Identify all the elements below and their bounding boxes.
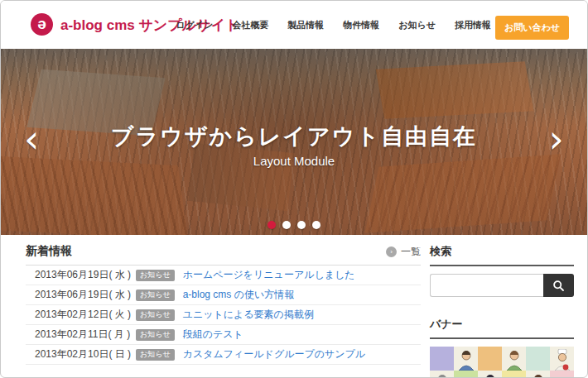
news-date: 2013年02月12日( 火 ) xyxy=(35,308,136,322)
news-category-badge: お知らせ xyxy=(136,329,175,341)
news-category-badge: お知らせ xyxy=(136,309,175,321)
news-row: 2013年02月11日( 月 ) お知らせ 段組のテスト xyxy=(26,325,421,345)
banner-person-illustration xyxy=(478,371,502,378)
news-category-badge: お知らせ xyxy=(136,289,175,301)
news-list-link[interactable]: › 一覧 xyxy=(386,245,421,259)
news-entry-link[interactable]: a-blog cms の使い方情報 xyxy=(183,288,295,302)
hero-photo-roof xyxy=(376,61,534,118)
carousel-prev-icon[interactable]: ‹ xyxy=(24,120,39,158)
news-section-title: 新着情報 xyxy=(26,244,72,259)
carousel-dot-4[interactable] xyxy=(312,221,321,229)
news-header: 新着情報 › 一覧 xyxy=(26,244,421,266)
news-date: 2013年02月10日( 日 ) xyxy=(35,347,136,361)
news-row: 2013年02月10日( 日 ) お知らせ カスタムフィールドグループのサンプル xyxy=(26,345,421,365)
banner-tile xyxy=(526,347,550,371)
banner-person-illustration xyxy=(526,371,550,378)
banner-image[interactable] xyxy=(430,347,574,378)
news-category-badge: お知らせ xyxy=(136,349,175,361)
carousel-dot-2[interactable] xyxy=(282,221,291,229)
main-nav: ログイン 会社概要 製品情報 物件情報 お知らせ 採用情報 xyxy=(176,1,491,49)
search-section-title: 検索 xyxy=(430,244,574,266)
banner-person-illustration xyxy=(502,347,526,371)
news-entry-link[interactable]: カスタムフィールドグループのサンプル xyxy=(183,347,366,361)
search-button[interactable] xyxy=(543,274,574,297)
news-entry-link[interactable]: ユニットによる要素の掲載例 xyxy=(183,308,314,322)
magnifier-icon xyxy=(552,280,565,292)
carousel-dots xyxy=(1,221,587,229)
news-row: 2013年06月19日( 水 ) お知らせ ホームページをリニューアルしました xyxy=(26,266,421,285)
carousel-dot-1[interactable] xyxy=(267,221,276,229)
news-entry-link[interactable]: ホームページをリニューアルしました xyxy=(183,268,355,282)
news-list-link-label: 一覧 xyxy=(401,245,421,259)
banner-tile xyxy=(430,347,454,371)
nav-item-login[interactable]: ログイン xyxy=(176,19,213,31)
news-entry-link[interactable]: 段組のテスト xyxy=(183,328,243,342)
news-category-badge: お知らせ xyxy=(136,270,175,281)
nav-item-recruit[interactable]: 採用情報 xyxy=(455,19,491,31)
banner-tile xyxy=(478,347,502,371)
carousel-next-icon[interactable]: › xyxy=(549,120,564,158)
banner-section-title: バナー xyxy=(430,317,574,339)
banner-tile xyxy=(502,371,526,378)
a-blog-cms-logo-icon[interactable]: ə xyxy=(31,13,53,36)
banner-person-illustration xyxy=(430,371,454,378)
news-row: 2013年06月19日( 水 ) お知らせ a-blog cms の使い方情報 xyxy=(26,285,421,305)
site-header: ə a-blog cms サンプルサイト ログイン 会社概要 製品情報 物件情報… xyxy=(1,1,587,49)
nav-item-properties[interactable]: 物件情報 xyxy=(343,19,379,31)
news-date: 2013年06月19日( 水 ) xyxy=(35,288,136,302)
circle-arrow-icon: › xyxy=(386,246,397,257)
page: ə a-blog cms サンプルサイト ログイン 会社概要 製品情報 物件情報… xyxy=(0,0,588,378)
hero-subtitle: Layout Module xyxy=(1,154,587,168)
news-row: 2013年02月12日( 火 ) お知らせ ユニットによる要素の掲載例 xyxy=(26,305,421,325)
banner-person-illustration xyxy=(550,347,574,371)
banner-tile xyxy=(550,371,574,378)
nav-item-company[interactable]: 会社概要 xyxy=(232,19,268,31)
hero-carousel: ブラウザからレイアウト自由自在 Layout Module ‹ › xyxy=(1,49,587,235)
nav-item-news[interactable]: お知らせ xyxy=(398,19,436,31)
banner-tile xyxy=(454,371,478,378)
banner-person-illustration xyxy=(454,347,478,371)
hero-title: ブラウザからレイアウト自由自在 xyxy=(1,122,587,151)
nav-item-products[interactable]: 製品情報 xyxy=(287,19,324,31)
search-form xyxy=(430,274,574,297)
news-date: 2013年06月19日( 水 ) xyxy=(35,268,136,282)
carousel-dot-3[interactable] xyxy=(297,221,306,229)
search-input[interactable] xyxy=(430,274,543,297)
news-date: 2013年02月11日( 月 ) xyxy=(35,328,136,342)
contact-button[interactable]: お問い合わせ xyxy=(495,16,569,40)
sidebar: 検索 バナー xyxy=(430,244,574,378)
news-section: 新着情報 › 一覧 2013年06月19日( 水 ) お知らせ ホームページをリ… xyxy=(26,244,421,365)
